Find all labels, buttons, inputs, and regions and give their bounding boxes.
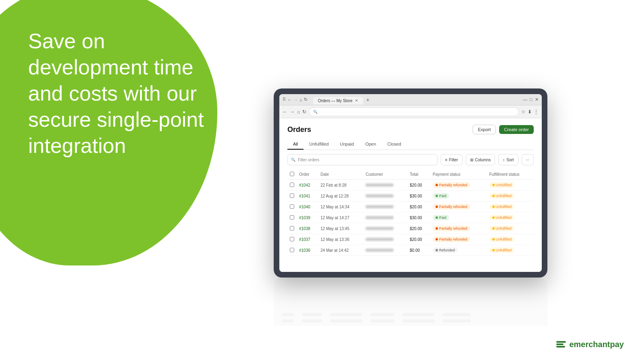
columns-label: Columns [475, 158, 491, 162]
row-customer [363, 202, 407, 212]
window-buttons: — □ ✕ [523, 97, 539, 102]
columns-button[interactable]: ⊞ Columns [466, 154, 495, 165]
search-icon-sm: 🔍 [291, 158, 295, 162]
rc8 [302, 313, 322, 316]
header-payment: Payment status [430, 169, 487, 180]
row-payment-status: Partially refunded [430, 180, 487, 191]
rc2 [302, 319, 322, 323]
row-total: $30.00 [407, 212, 430, 223]
fulfillment-status-dot [492, 184, 495, 186]
tablet-device: ⠿ ← → ⌂ ↻ Orders — My Store ✕ + — □ ✕ [274, 88, 547, 278]
svg-rect-2 [556, 346, 565, 348]
sort-button[interactable]: ↕ Sort [498, 154, 518, 165]
header-checkbox [287, 169, 297, 180]
restore-button[interactable]: □ [530, 97, 533, 102]
table-row[interactable]: #1036 24 Mar at 14:42 $0.00 Refunded Unf… [287, 245, 534, 256]
rc6 [443, 319, 471, 323]
row-order-id[interactable]: #1036 [297, 245, 318, 256]
row-order-id[interactable]: #1040 [297, 202, 318, 212]
table-row[interactable]: #1037 12 May at 13:36 $20.00 Partially r… [287, 234, 534, 245]
tab-closed[interactable]: Closed [382, 139, 407, 150]
search-box[interactable]: 🔍 Filter orders [287, 154, 438, 165]
row-order-id[interactable]: #1038 [297, 223, 318, 234]
row-select-checkbox[interactable] [290, 248, 294, 252]
active-browser-tab[interactable]: Orders — My Store ✕ [313, 97, 363, 105]
more-button[interactable]: ··· [522, 154, 534, 165]
row-total: $20.00 [407, 202, 430, 212]
hero-line1: Save on [28, 29, 105, 53]
rc7 [282, 313, 294, 316]
sort-icon: ↕ [503, 158, 505, 162]
browser-window: ⠿ ← → ⌂ ↻ Orders — My Store ✕ + — □ ✕ [279, 94, 542, 272]
row-select-checkbox[interactable] [290, 226, 294, 230]
row-order-id[interactable]: #1039 [297, 212, 318, 223]
nav-back-icon[interactable]: ← [283, 109, 287, 115]
browser-navbar: ← → ⌂ ↻ 🔍 ☆ ⬇ ⋮ [279, 105, 542, 118]
forward-icon[interactable]: → [293, 97, 298, 102]
fulfillment-status-label: Unfulfilled [496, 226, 512, 230]
tab-open[interactable]: Open [359, 139, 382, 150]
bookmark-icon[interactable]: ☆ [521, 109, 526, 115]
downloads-icon[interactable]: ⬇ [528, 109, 532, 115]
row-order-id[interactable]: #1042 [297, 180, 318, 191]
address-bar[interactable]: 🔍 [309, 107, 519, 116]
filter-button[interactable]: ≡ Filter [441, 154, 462, 165]
refresh-icon[interactable]: ↻ [304, 97, 308, 102]
table-row[interactable]: #1039 12 May at 14:27 $30.00 Paid Unfulf… [287, 212, 534, 223]
new-tab-button[interactable]: + [363, 95, 373, 105]
export-button[interactable]: Export [473, 125, 496, 134]
create-order-button[interactable]: Create order [499, 125, 534, 134]
table-row[interactable]: #1038 12 May at 13:45 $20.00 Partially r… [287, 223, 534, 234]
back-icon[interactable]: ← [287, 97, 292, 102]
row-order-id[interactable]: #1037 [297, 234, 318, 245]
row-total: $0.00 [407, 245, 430, 256]
menu-icon[interactable]: ⋮ [534, 109, 539, 115]
payment-status-label: Partially refunded [439, 183, 467, 187]
rc12 [443, 313, 471, 316]
nav-home-icon[interactable]: ⌂ [297, 109, 300, 115]
fulfillment-status-label: Unfulfilled [496, 237, 512, 241]
row-date: 12 May at 14:27 [318, 212, 363, 223]
reflection-content [274, 278, 547, 326]
row-checkbox [287, 202, 297, 212]
tab-close-icon[interactable]: ✕ [355, 99, 358, 103]
payment-status-dot [436, 184, 438, 186]
tab-all[interactable]: All [287, 139, 303, 150]
minimize-button[interactable]: — [523, 97, 527, 102]
table-row[interactable]: #1040 12 May at 14:34 $20.00 Partially r… [287, 202, 534, 212]
tab-unpaid[interactable]: Unpaid [334, 139, 360, 150]
fulfillment-status-label: Unfulfilled [496, 216, 512, 220]
page-title: Orders [287, 125, 311, 134]
nav-refresh-icon[interactable]: ↻ [302, 109, 306, 115]
row-select-checkbox[interactable] [290, 204, 294, 209]
row-select-checkbox[interactable] [290, 215, 294, 220]
row-fulfillment-status: Unfulfilled [487, 180, 534, 191]
payment-status-label: Paid [439, 194, 446, 198]
rc10 [370, 313, 394, 316]
row-select-checkbox[interactable] [290, 183, 294, 187]
fulfillment-status-dot [492, 249, 495, 251]
row-select-checkbox[interactable] [290, 237, 294, 241]
home-icon[interactable]: ⌂ [299, 97, 302, 102]
table-row[interactable]: #1041 12 Aug at 12:28 $30.00 Paid Unfulf… [287, 191, 534, 202]
tablet-mockup: ⠿ ← → ⌂ ↻ Orders — My Store ✕ + — □ ✕ [274, 88, 547, 278]
close-button[interactable]: ✕ [535, 97, 539, 102]
row-total: $20.00 [407, 234, 430, 245]
nav-forward-icon[interactable]: → [290, 109, 295, 115]
row-fulfillment-status: Unfulfilled [487, 191, 534, 202]
rc11 [402, 313, 435, 316]
orders-header: Orders Export Create order [287, 125, 534, 134]
fulfillment-status-label: Unfulfilled [496, 194, 512, 198]
row-order-id[interactable]: #1041 [297, 191, 318, 202]
table-row[interactable]: #1042 22 Feb at 8:28 $20.00 Partially re… [287, 180, 534, 191]
fulfillment-status-dot [492, 238, 495, 241]
tab-unfulfilled[interactable]: Unfulfilled [303, 139, 334, 150]
row-select-checkbox[interactable] [290, 193, 294, 198]
rc3 [330, 319, 362, 323]
fulfillment-status-label: Unfulfilled [496, 183, 512, 187]
select-all-checkbox[interactable] [290, 172, 294, 176]
row-fulfillment-status: Unfulfilled [487, 234, 534, 245]
sort-label: Sort [506, 158, 514, 162]
hero-line3: and costs with our [28, 82, 197, 105]
payment-status-label: Refunded [439, 248, 455, 252]
